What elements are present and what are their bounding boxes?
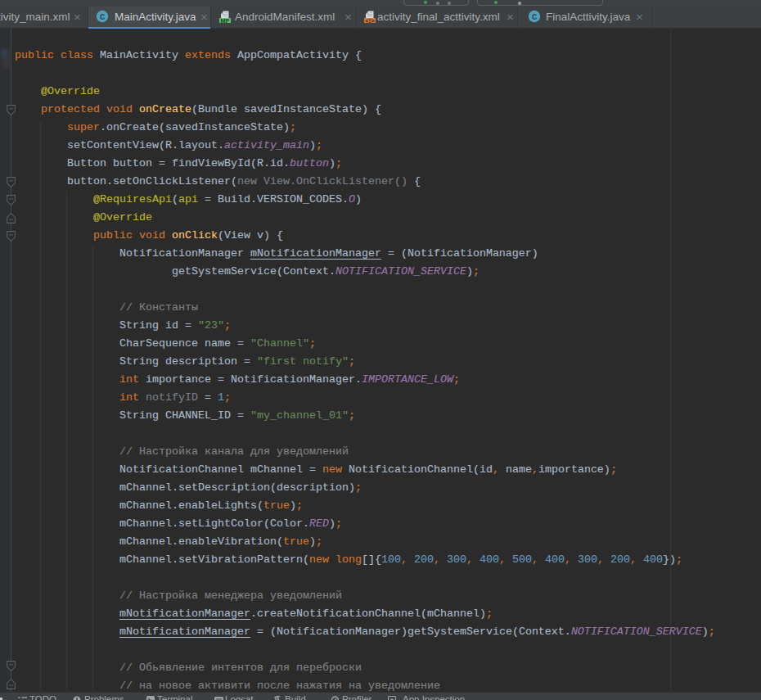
svg-text:C: C xyxy=(100,12,106,22)
svg-text:<!>: <!> xyxy=(365,17,375,23)
svg-text:MF: MF xyxy=(221,17,230,23)
svg-text:C: C xyxy=(532,12,538,22)
